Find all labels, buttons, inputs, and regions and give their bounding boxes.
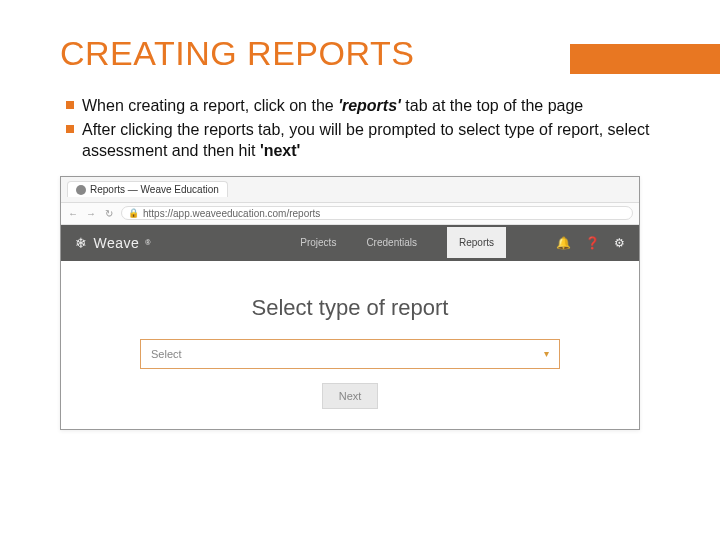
next-button[interactable]: Next [322, 383, 379, 409]
bell-icon[interactable]: 🔔 [556, 236, 571, 250]
app-header: ❄ Weave® Projects Credentials Reports 🔔 … [61, 225, 639, 261]
nav-credentials[interactable]: Credentials [366, 237, 417, 248]
select-placeholder: Select [151, 348, 182, 360]
back-icon[interactable]: ← [67, 208, 79, 219]
help-icon[interactable]: ❓ [585, 236, 600, 250]
gear-icon[interactable]: ⚙ [614, 236, 625, 250]
address-bar[interactable]: 🔒 https://app.weaveeducation.com/reports [121, 206, 633, 220]
brand: ❄ Weave® [75, 235, 151, 251]
embedded-screenshot: Reports — Weave Education ← → ↻ 🔒 https:… [60, 176, 640, 430]
bullet-item: When creating a report, click on the 're… [66, 95, 650, 117]
bullet-emphasis: 'next' [260, 142, 301, 159]
page-heading: Select type of report [252, 295, 449, 321]
nav-reports[interactable]: Reports [447, 227, 506, 258]
chevron-down-icon: ▾ [544, 348, 549, 359]
accent-bar [570, 44, 720, 74]
bullet-item: After clicking the reports tab, you will… [66, 119, 650, 162]
forward-icon[interactable]: → [85, 208, 97, 219]
browser-tab-bar: Reports — Weave Education [61, 177, 639, 203]
registered-mark: ® [145, 239, 151, 246]
brand-name: Weave [94, 235, 140, 251]
report-type-select[interactable]: Select ▾ [140, 339, 560, 369]
lock-icon: 🔒 [128, 208, 139, 218]
nav-projects[interactable]: Projects [300, 237, 336, 248]
slide: CREATING REPORTS When creating a report,… [0, 0, 720, 540]
bullet-text: When creating a report, click on the [82, 97, 338, 114]
url-text: https://app.weaveeducation.com/reports [143, 208, 320, 219]
browser-toolbar: ← → ↻ 🔒 https://app.weaveeducation.com/r… [61, 203, 639, 225]
page-body: Select type of report Select ▾ Next [61, 261, 639, 429]
reload-icon[interactable]: ↻ [103, 208, 115, 219]
header-icons: 🔔 ❓ ⚙ [556, 236, 625, 250]
favicon-icon [76, 185, 86, 195]
bullet-text: After clicking the reports tab, you will… [82, 121, 649, 160]
brand-logo-icon: ❄ [75, 235, 88, 251]
bullet-list: When creating a report, click on the 're… [60, 95, 660, 162]
browser-tab[interactable]: Reports — Weave Education [67, 181, 228, 197]
bullet-text: tab at the top of the page [401, 97, 583, 114]
bullet-emphasis: 'reports' [338, 97, 401, 114]
tab-title: Reports — Weave Education [90, 184, 219, 195]
